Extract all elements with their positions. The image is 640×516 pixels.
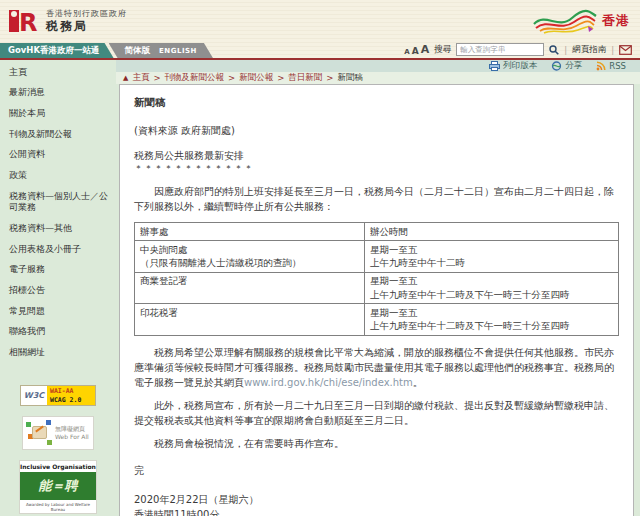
gov-title: 香港特別行政區政府 <box>46 9 127 19</box>
office-hours: 上午九時至中午十二時及下午一時三十分至四時 <box>370 288 613 302</box>
paragraph-3: 此外，税務局宣布，所有於一月二十九日至三月一日到期的繳付税款、提出反對及暫緩繳納… <box>134 398 619 428</box>
sidebar-item-access-info[interactable]: 公開資料 <box>0 145 116 166</box>
sidebar-item-policies[interactable]: 政策 <box>0 165 116 186</box>
office-days: 星期一至五 <box>370 243 613 257</box>
dept-title: 税務局 <box>46 19 127 34</box>
sidebar-item-publications[interactable]: 刊物及新聞公報 <box>0 124 116 145</box>
paragraph-1: 因應政府部門的特別上班安排延長至三月一日，税務局今日（二月二十二日）宣布由二月二… <box>134 184 619 214</box>
paragraph-4: 税務局會檢視情況，在有需要時再作宣布。 <box>134 436 619 451</box>
table-row: 商業登記署 星期一至五 上午九時至中午十二時及下午一時三十分至四時 <box>135 272 619 304</box>
sidebar-item-contact-us[interactable]: 聯絡我們 <box>0 322 116 343</box>
svg-text:R: R <box>19 9 37 35</box>
table-header-row: 辦事處 辦公時間 <box>135 223 619 241</box>
wfa-chinese-label: 無障礙網頁 <box>55 425 89 433</box>
sidebar-item-home[interactable]: 主頁 <box>0 62 116 83</box>
office-column-header: 辦事處 <box>135 223 365 241</box>
sidebar-nav: 主頁 最新消息 關於本局 刊物及新聞公報 公開資料 政策 税務資料—個別人士／公… <box>0 62 116 363</box>
brand-hk-logo: 香港 <box>532 6 630 36</box>
table-row: 中央詢問處 （只限有關離港人士清繳税項的查詢） 星期一至五 上午九時至中午十二時 <box>135 241 619 273</box>
web-for-all-icon <box>26 420 52 446</box>
sidebar-item-tender-notices[interactable]: 招標公告 <box>0 281 116 302</box>
tab-english[interactable]: ENGLISH <box>159 47 197 55</box>
source-line: (資料來源 政府新聞處) <box>134 123 619 138</box>
office-days: 星期一至五 <box>370 306 613 320</box>
rss-icon <box>596 61 606 71</box>
ird-news-page: R 香港特別行政區政府 税務局 香港 GovHK香港政府一站通 简体版 ENGL… <box>0 0 640 516</box>
search-label: 搜尋 <box>434 44 451 56</box>
ird-logo-icon[interactable]: R <box>8 7 38 35</box>
rss-link[interactable]: RSS <box>596 61 626 71</box>
end-marker: 完 <box>134 463 619 478</box>
office-hours: 上午九時至中午十二時及下午一時三十分至四時 <box>370 319 613 333</box>
service-hours-table: 辦事處 辦公時間 中央詢問處 （只限有關離港人士清繳税項的查詢） 星期一至五 上… <box>134 222 619 335</box>
brand-hk-ribbon-icon <box>532 6 598 36</box>
paragraph-2: 税務局希望公眾理解有關服務的規模會比平常大為縮減，開放的服務櫃位不會提供任何其他… <box>134 345 619 390</box>
office-name: 商業登記署 <box>140 274 359 288</box>
main-area: 列印版本 分享 RSS <box>116 60 640 516</box>
dept-title-block: 香港特別行政區政府 税務局 <box>46 9 127 34</box>
font-size-controls: A A A <box>404 43 429 56</box>
font-size-large-button[interactable]: A <box>421 43 430 56</box>
office-name: 中央詢問處 <box>140 243 359 257</box>
content-box: 新聞稿 (資料來源 政府新聞處) 税務局公共服務最新安排 ＊＊＊＊＊＊＊＊＊＊＊… <box>119 84 634 516</box>
web-for-all-badge[interactable]: 無障礙網頁 Web For All <box>22 416 94 450</box>
nav-utilities: A A A 搜尋 | 網頁指南 | <box>404 43 632 56</box>
home-icon: ▲ <box>123 74 128 82</box>
office-days: 星期一至五 <box>370 274 613 288</box>
subject-underline-asterisks: ＊＊＊＊＊＊＊＊＊＊＊＊ <box>134 162 619 176</box>
font-size-medium-button[interactable]: A <box>412 46 419 56</box>
search-button[interactable] <box>549 45 559 55</box>
press-release-subject: 税務局公共服務最新安排 <box>134 149 619 162</box>
breadcrumb-publications[interactable]: 刊物及新聞公報 <box>165 72 225 84</box>
wfa-english-label: Web For All <box>55 433 89 441</box>
share-link[interactable]: 分享 <box>551 60 582 72</box>
printer-icon <box>489 61 500 71</box>
breadcrumb: ▲ 主頁 > 刊物及新聞公報 > 新聞公報 > 昔日新聞 > 新聞稿 <box>116 72 640 84</box>
search-icon <box>549 45 559 55</box>
brand-hk-text: 香港 <box>602 12 630 30</box>
breadcrumb-press-releases[interactable]: 新聞公報 <box>239 72 273 84</box>
eservices-url-link[interactable]: www.ird.gov.hk/chi/ese/index.htm <box>244 377 413 388</box>
top-navbar: GovHK香港政府一站通 简体版 ENGLISH A A A 搜尋 | 網頁指南… <box>0 42 640 58</box>
inclusive-title: Inclusive Organisation <box>20 461 96 472</box>
table-row: 印花税署 星期一至五 上午九時至中午十二時及下午一時三十分至四時 <box>135 304 619 336</box>
contact-mail-button[interactable] <box>619 45 632 55</box>
release-date: 2020年2月22日（星期六） <box>134 492 619 507</box>
font-size-small-button[interactable]: A <box>404 48 409 56</box>
print-version-link[interactable]: 列印版本 <box>489 60 537 72</box>
office-note: （只限有關離港人士清繳税項的查詢） <box>140 256 359 270</box>
inclusive-caption: Awarded by Labour and Welfare Bureau <box>20 500 96 513</box>
wai-aa-label: WAI-AA <box>50 387 92 396</box>
language-tab: 简体版 ENGLISH <box>109 43 213 58</box>
tab-simplified-chinese[interactable]: 简体版 <box>125 45 151 57</box>
tab-govhk[interactable]: GovHK香港政府一站通 <box>0 43 114 58</box>
sidebar: 主頁 最新消息 關於本局 刊物及新聞公報 公開資料 政策 税務資料—個別人士／公… <box>0 60 116 516</box>
sidebar-item-eservices[interactable]: 電子服務 <box>0 260 116 281</box>
sidebar-item-tax-info-others[interactable]: 税務資料—其他 <box>0 219 116 240</box>
hours-column-header: 辦公時間 <box>364 223 618 241</box>
sidebar-item-whats-new[interactable]: 最新消息 <box>0 83 116 104</box>
sidebar-item-related-links[interactable]: 相關網址 <box>0 343 116 364</box>
wcag-aa-badge[interactable]: W3C WAI-AA WCAG 2.0 <box>20 385 96 406</box>
site-guide-link[interactable]: 網頁指南 <box>572 44 606 56</box>
utility-bar: 列印版本 分享 RSS <box>116 60 640 72</box>
breadcrumb-current: 新聞稿 <box>337 72 363 84</box>
sidebar-item-faq[interactable]: 常見問題 <box>0 301 116 322</box>
share-icon <box>551 61 562 71</box>
inclusive-calligraphy: 能＝聘 <box>20 472 96 500</box>
breadcrumb-past-news[interactable]: 昔日新聞 <box>288 72 322 84</box>
sidebar-item-about-us[interactable]: 關於本局 <box>0 103 116 124</box>
page-title: 新聞稿 <box>134 95 619 111</box>
sidebar-item-tax-info-individuals[interactable]: 税務資料—個別人士／公司業務 <box>0 186 116 218</box>
office-name: 印花税署 <box>140 306 359 320</box>
search-input[interactable] <box>456 43 544 56</box>
w3c-label: W3C <box>21 386 47 405</box>
wcag-label: WCAG 2.0 <box>50 396 92 405</box>
envelope-icon <box>619 45 632 55</box>
release-time: 香港時間11時00分 <box>134 507 619 516</box>
inclusive-organisation-badge[interactable]: Inclusive Organisation 能＝聘 Awarded by La… <box>19 460 97 514</box>
sidebar-badges: W3C WAI-AA WCAG 2.0 <box>0 385 116 516</box>
sidebar-item-forms[interactable]: 公用表格及小冊子 <box>0 239 116 260</box>
breadcrumb-home[interactable]: 主頁 <box>132 72 149 84</box>
office-hours: 上午九時至中午十二時 <box>370 256 613 270</box>
